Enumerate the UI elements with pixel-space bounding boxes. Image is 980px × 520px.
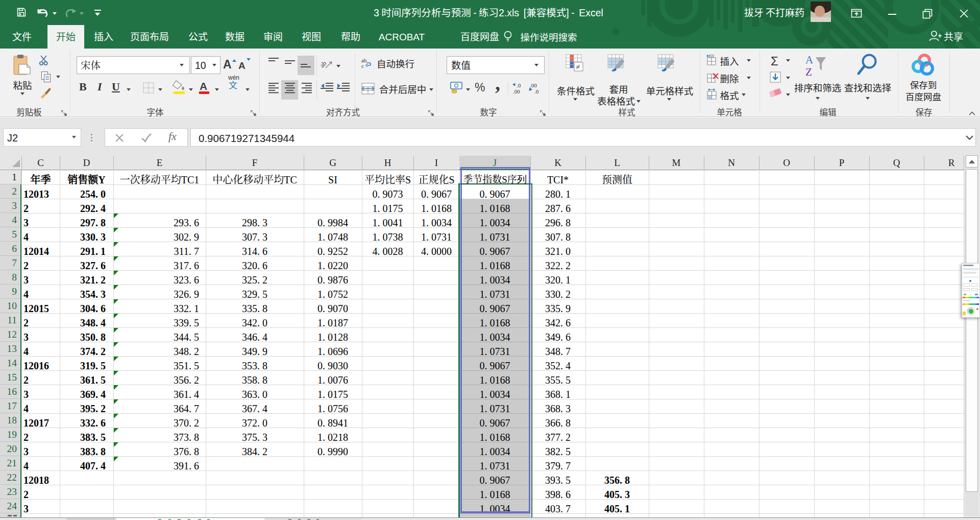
svg-text:.00: .00	[513, 87, 520, 95]
svg-text:Z: Z	[805, 63, 812, 79]
svg-text:≠: ≠	[576, 61, 580, 72]
svg-text:.0: .0	[534, 87, 539, 95]
